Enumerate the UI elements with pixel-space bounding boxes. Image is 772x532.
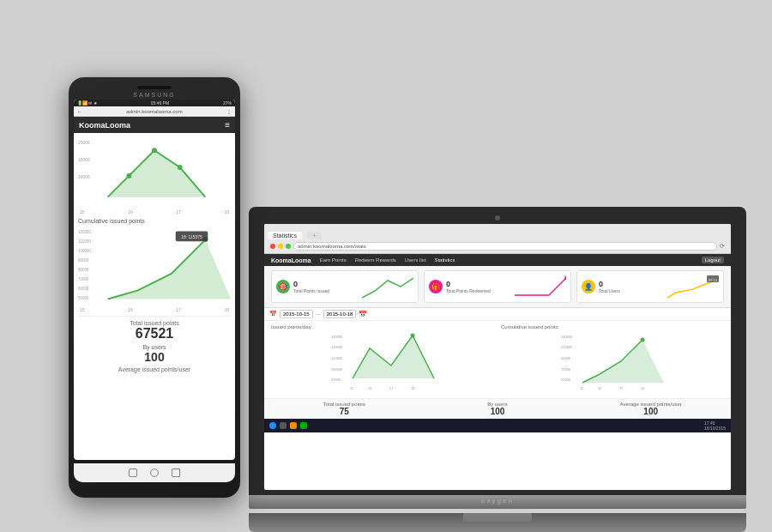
- stat-value-users: 0: [599, 280, 620, 288]
- c2-label-17: 17: [176, 307, 181, 312]
- date-from-input[interactable]: 2015-10-15: [280, 310, 313, 318]
- taskbar-app1-icon[interactable]: [280, 422, 286, 429]
- taskbar-date: 18/10/2015: [704, 426, 726, 431]
- stat-card-issued: 🎯 0 Total Points Issued: [271, 270, 419, 303]
- phone: SAMSUNG 🔋📶 ✉ ★ 05:46 PM 27% ← admin.koom…: [69, 77, 240, 498]
- chart-cumulative-title: Cumulative issued points: [501, 324, 724, 329]
- svg-text:20000: 20000: [78, 141, 90, 145]
- svg-text:80000: 80000: [78, 268, 89, 272]
- date-range-row: 📅 2015-10-15 — 2015-10-18 📅: [264, 308, 731, 321]
- browser-maximize-btn[interactable]: [286, 244, 291, 249]
- svg-text:70000: 70000: [78, 277, 89, 281]
- laptop-screen: Statistics + admin.koomalooma.com/stats …: [264, 224, 731, 490]
- phone-status-left: 🔋📶 ✉ ★: [77, 100, 97, 106]
- svg-text:50000: 50000: [561, 378, 571, 382]
- admin-nav: KoomaLooma Earn Points Redeem Rewards Us…: [264, 254, 731, 266]
- phone-recents-btn[interactable]: [172, 469, 180, 477]
- taskbar-time: 17:46 18/10/2015: [704, 420, 726, 431]
- taskbar-app2-icon[interactable]: [290, 422, 297, 429]
- stat-sparkline-issued: [362, 274, 413, 299]
- c2-label-16: 16: [128, 307, 133, 312]
- nav-logout[interactable]: Logout: [702, 257, 724, 263]
- svg-text:18: 115375: 18: 115375: [181, 235, 202, 239]
- phone-back-icon[interactable]: ←: [77, 109, 82, 114]
- svg-text:110000: 110000: [561, 345, 573, 349]
- stat-label-users: Total Users: [599, 288, 620, 293]
- phone-avg-label: Average issued points/user: [80, 366, 229, 372]
- phone-section-title: Cumulative issued points: [78, 218, 231, 224]
- stat-card-redeemed: 🎁 0 Total Points Redeemed: [424, 270, 571, 303]
- phone-screen: 🔋📶 ✉ ★ 05:46 PM 27% ← admin.koomalooma.c…: [74, 100, 235, 460]
- svg-text:90000: 90000: [561, 356, 571, 360]
- phone-chart2: 120000 110000 100000 90000 80000 70000 6…: [78, 227, 231, 304]
- svg-text:130000: 130000: [561, 335, 573, 339]
- phone-stats-section: Total issued points 67521 By users 100 A…: [78, 316, 231, 376]
- taskbar-start-icon[interactable]: [269, 422, 276, 429]
- nav-redeem-rewards[interactable]: Redeem Rewards: [355, 257, 396, 263]
- phone-byusers-label: By users: [80, 344, 229, 350]
- phone-speaker: [137, 86, 172, 89]
- phone-nav: KoomaLooma ≡: [74, 117, 235, 133]
- svg-point-9: [411, 334, 415, 338]
- laptop-bottom: [249, 513, 746, 532]
- label-16: 16: [128, 209, 133, 215]
- chart-daily-box: Issued points/day 130000 120000 110000 1…: [271, 324, 494, 395]
- phone-menu-dots[interactable]: ⋮: [226, 108, 232, 114]
- bottom-stat-avg: Average issued points/user 100: [577, 402, 724, 416]
- svg-text:90000: 90000: [331, 378, 341, 382]
- phone-status-time: 05:46 PM: [151, 100, 169, 106]
- stat-label-issued: Total Points Issued: [293, 288, 329, 293]
- phone-home-btn[interactable]: [150, 469, 159, 477]
- browser-tab1[interactable]: Statistics: [268, 232, 302, 239]
- bottom-stat-users: By users 100: [425, 402, 571, 416]
- svg-point-31: [178, 165, 183, 170]
- svg-text:16: 16: [598, 386, 602, 390]
- stat-value-issued: 0: [293, 280, 329, 288]
- stats-row: 🎯 0 Total Points Issued 🎁 0: [264, 266, 731, 308]
- date-separator: —: [316, 311, 321, 317]
- nav-users-list[interactable]: Users list: [405, 257, 426, 263]
- browser-chrome: Statistics + admin.koomalooma.com/stats …: [264, 224, 731, 254]
- browser-close-btn[interactable]: [270, 244, 275, 249]
- laptop-camera: [495, 215, 500, 221]
- laptop: Statistics + admin.koomalooma.com/stats …: [249, 207, 746, 532]
- bottom-stat-users-value: 100: [425, 407, 571, 416]
- phone-address-bar: ← admin.koomalooma.com ⋮: [74, 106, 235, 117]
- svg-text:100000: 100000: [78, 249, 91, 253]
- nav-statistics[interactable]: Statistics: [434, 257, 455, 263]
- taskbar-app3-icon[interactable]: [300, 422, 307, 429]
- browser-url-bar[interactable]: admin.koomalooma.com/stats: [293, 242, 717, 251]
- laptop-base: [249, 495, 746, 509]
- svg-text:10000: 10000: [78, 175, 90, 179]
- phone-chart2-labels: 15 16 17 18: [78, 307, 231, 312]
- bottom-stat-total-value: 75: [271, 407, 418, 416]
- svg-text:100000: 100000: [331, 367, 343, 372]
- laptop-trackpad[interactable]: [463, 513, 532, 522]
- phone-chart1-labels: 15 16 17 18: [78, 209, 231, 215]
- laptop-bezel: Statistics + admin.koomalooma.com/stats …: [249, 207, 746, 495]
- phone-nav-hamburger[interactable]: ≡: [225, 120, 230, 130]
- chart-cumulative-svg: 130000 110000 90000 70000 50000 15 16 17…: [501, 331, 724, 391]
- date-calendar-icon[interactable]: 📅: [359, 311, 367, 318]
- samsung-brand-label: SAMSUNG: [74, 92, 235, 98]
- svg-text:15: 15: [580, 386, 584, 390]
- svg-text:16: 16: [368, 386, 372, 390]
- date-to-input[interactable]: 2015-10-18: [323, 310, 357, 318]
- phone-nav-logo: KoomaLooma: [79, 121, 130, 130]
- svg-point-20: [641, 338, 645, 342]
- taskbar: 17:46 18/10/2015: [264, 419, 731, 432]
- stat-icon-issued: 🎯: [276, 280, 290, 293]
- nav-earn-points[interactable]: Earn Points: [320, 257, 347, 263]
- stat-value-redeemed: 0: [446, 280, 491, 288]
- svg-text:15000: 15000: [78, 158, 90, 162]
- chart-daily-title: Issued points/day: [271, 324, 494, 329]
- phone-battery: 27%: [223, 100, 232, 106]
- browser-refresh-icon[interactable]: ⟳: [720, 243, 725, 250]
- browser-minimize-btn[interactable]: [278, 244, 283, 249]
- browser-tab2[interactable]: +: [307, 232, 321, 239]
- bottom-stat-avg-value: 100: [577, 407, 724, 416]
- svg-text:120000: 120000: [331, 345, 343, 349]
- phone-back-btn[interactable]: [129, 469, 137, 477]
- svg-text:120000: 120000: [78, 230, 91, 234]
- label-17: 17: [176, 209, 181, 215]
